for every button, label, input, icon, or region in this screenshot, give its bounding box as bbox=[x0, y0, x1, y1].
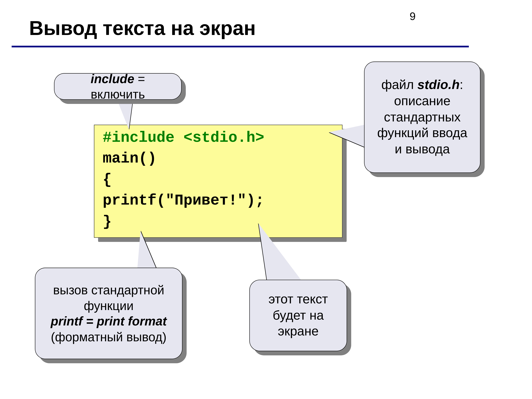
callout-include-keyword: include bbox=[91, 72, 134, 85]
callout-text-line3: экране bbox=[278, 323, 319, 340]
callout-stdio-line1: файл stdio.h: bbox=[381, 77, 463, 93]
callout-include-tail bbox=[116, 98, 133, 129]
callout-stdio-line2: описание bbox=[394, 93, 450, 109]
slide-title: Вывод текста на экран bbox=[29, 17, 256, 39]
code-main-line: main() bbox=[103, 150, 157, 167]
callout-printf-line3: printf = print format bbox=[51, 313, 167, 329]
callout-stdio-line1-prefix: файл bbox=[381, 77, 417, 92]
code-open-brace: { bbox=[103, 171, 112, 188]
callout-printf-tail bbox=[137, 231, 157, 271]
callout-stdio-line3: стандартных bbox=[384, 109, 461, 125]
callout-text-line1: этот текст bbox=[269, 291, 328, 307]
callout-stdio: файл stdio.h: описание стандартных функц… bbox=[364, 62, 481, 173]
callout-printf-line4: (форматный вывод) bbox=[51, 329, 166, 344]
callout-text-line2: будет на bbox=[273, 307, 324, 323]
code-include-line: #include <stdio.h> bbox=[103, 129, 264, 146]
callout-stdio-tail bbox=[329, 124, 369, 149]
slide: 9 Вывод текста на экран #include <stdio.… bbox=[0, 0, 532, 399]
callout-stdio-line5: и вывода bbox=[395, 141, 450, 158]
callout-text-on-screen: этот текст будет на экране bbox=[249, 280, 347, 351]
callout-printf-line2: функции bbox=[84, 298, 133, 313]
code-printf-line: printf("Привет!"); bbox=[103, 192, 264, 209]
code-text: #include <stdio.h> main() { printf("Прив… bbox=[103, 125, 342, 232]
callout-include-text: include = включить bbox=[62, 71, 174, 102]
callout-stdio-line4: функций ввода bbox=[377, 125, 467, 141]
callout-include: include = включить bbox=[54, 73, 182, 100]
code-close-brace: } bbox=[103, 213, 112, 230]
callout-printf-line1: вызов стандартной bbox=[53, 282, 164, 298]
callout-stdio-keyword: stdio.h bbox=[417, 77, 460, 92]
callout-stdio-line1-suffix: : bbox=[460, 77, 463, 92]
code-block: #include <stdio.h> main() { printf("Прив… bbox=[94, 125, 342, 238]
title-rule bbox=[12, 46, 469, 47]
page-number: 9 bbox=[410, 10, 416, 23]
callout-printf: вызов стандартной функции printf = print… bbox=[35, 268, 183, 359]
